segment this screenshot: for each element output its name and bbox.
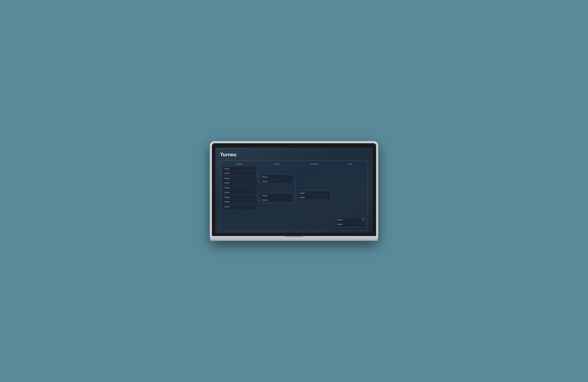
sf-player2[interactable]: Anonim (298, 195, 331, 200)
laptop-bottom (210, 239, 378, 241)
sf-match-1: Anonim Anonim (297, 191, 331, 200)
round-1-matches: Anonim Anonim Anonim (222, 167, 257, 210)
final-player2[interactable]: Anonim (335, 222, 365, 226)
webcam (294, 145, 294, 146)
laptop-notch (285, 236, 303, 237)
app-content: Turneu Round 1 Anonim (215, 147, 373, 233)
final-matches: Anonim Anonim (334, 167, 366, 229)
final-column: Final Anonim Anonim (334, 163, 366, 229)
semifinal-column: Semi-final Anonim Anonim (297, 163, 332, 202)
r1m1-player1[interactable]: Anonim (223, 167, 256, 171)
r1m1-player2[interactable]: Anonim (223, 171, 256, 175)
r2m2-player2[interactable]: Anonim (261, 198, 293, 202)
r1m2-player2[interactable]: Anonim (223, 181, 256, 185)
r2m2-player1[interactable]: Anonim (261, 194, 293, 198)
round1-match-4: Anonim Anonim (223, 195, 256, 204)
semifinal-matches: Anonim Anonim (297, 167, 332, 202)
round2-match-1: Anonim Anonim (260, 175, 294, 184)
round1-match-2: Anonim Anonim (223, 176, 256, 185)
r1m2-player1[interactable]: Anonim (223, 176, 256, 181)
r1m5-player1[interactable]: Anonim (223, 205, 256, 209)
semifinal-label: Semi-final (311, 163, 318, 165)
laptop-screen: Turneu Round 1 Anonim (215, 147, 373, 233)
round-1-label: Round 1 (236, 163, 243, 165)
round1-match-5: Anonim (223, 205, 256, 209)
round2-match-2: Anonim Anonim (260, 193, 294, 203)
laptop-frame: Turneu Round 1 Anonim (210, 141, 378, 241)
round1-match-1: Anonim Anonim (223, 167, 256, 175)
bracket-container: Round 1 Anonim Anonim (220, 161, 368, 231)
r1m4-player2[interactable]: Anonim (223, 200, 256, 204)
r2m1-player1[interactable]: Anonim (261, 175, 293, 179)
r2m1-player2[interactable]: Anonim (261, 179, 293, 183)
round-2-column: Round 2 Anonim Anonim (260, 163, 294, 204)
screen-bezel: Turneu Round 1 Anonim (212, 143, 376, 236)
round-1-column: Round 1 Anonim Anonim (222, 163, 257, 210)
final-player1[interactable]: Anonim (335, 218, 365, 222)
sf-player1[interactable]: Anonim (298, 191, 331, 195)
final-match-1: Anonim Anonim (335, 217, 365, 227)
laptop-base (212, 236, 376, 239)
r1m3-player2[interactable]: Anonim (223, 190, 256, 194)
r1m3-player1[interactable]: Anonim (223, 186, 256, 190)
round-2-label: Round 2 (274, 163, 280, 165)
round-2-matches: Anonim Anonim Anonim (260, 167, 294, 204)
final-label: Final (348, 163, 352, 165)
page-title: Turneu (220, 152, 368, 158)
rounds-wrapper: Round 1 Anonim Anonim (222, 163, 366, 229)
round1-match-3: Anonim Anonim (223, 186, 256, 194)
r1m4-player1[interactable]: Anonim (223, 195, 256, 200)
